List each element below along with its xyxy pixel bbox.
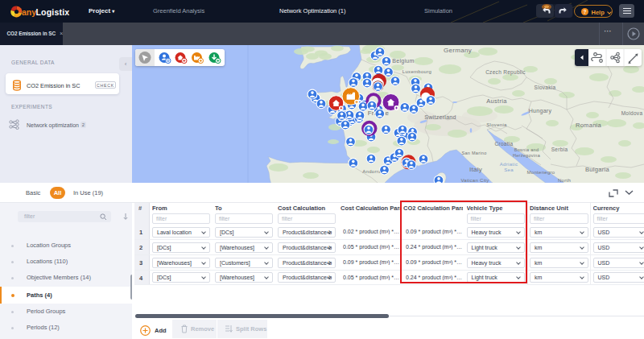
- svg-text:Belgium: Belgium: [392, 58, 414, 64]
- svg-text:Switzerland: Switzerland: [424, 114, 456, 120]
- svg-text:Bulgaria: Bulgaria: [585, 166, 609, 173]
- svg-text:Germany: Germany: [444, 47, 472, 54]
- svg-text:Serbia: Serbia: [551, 147, 568, 152]
- svg-text:Italy: Italy: [469, 166, 482, 173]
- svg-text:Herzegovina: Herzegovina: [513, 153, 541, 158]
- svg-text:Moldova: Moldova: [621, 110, 643, 116]
- svg-text:Montenegro: Montenegro: [526, 170, 555, 175]
- svg-text:Croatia: Croatia: [494, 141, 513, 147]
- svg-text:Slovenia: Slovenia: [486, 122, 507, 127]
- svg-text:Andorra: Andorra: [362, 169, 382, 174]
- svg-text:Adriatic: Adriatic: [500, 162, 518, 167]
- svg-text:Austria: Austria: [486, 97, 507, 105]
- svg-text:Slovakia: Slovakia: [535, 85, 556, 90]
- svg-text:Luxembourg: Luxembourg: [402, 69, 431, 74]
- svg-text:Sea: Sea: [504, 167, 514, 172]
- svg-text:San Marino: San Marino: [461, 151, 486, 155]
- svg-text:Romania: Romania: [576, 122, 602, 129]
- svg-text:Hungary: Hungary: [529, 108, 552, 114]
- svg-text:Czech Republic: Czech Republic: [485, 69, 526, 76]
- svg-text:Bosnia and: Bosnia and: [514, 147, 539, 152]
